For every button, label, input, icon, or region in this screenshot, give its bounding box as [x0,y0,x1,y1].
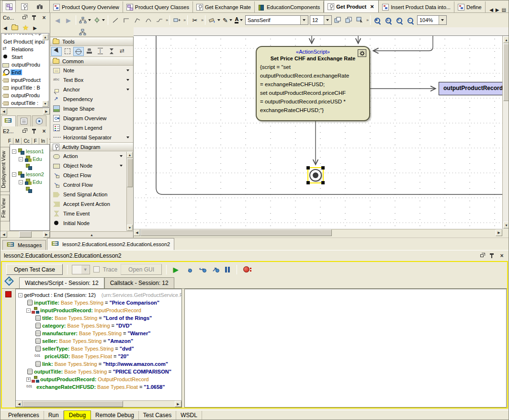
browser-panel-tab[interactable] [17,115,31,126]
dropdown-caret-icon[interactable] [88,19,91,21]
diagram-hierarchy-icon[interactable] [78,27,88,37]
float-panel-icon[interactable] [21,128,27,135]
palette-vscrollbar[interactable]: ▲ ▼ [126,152,133,231]
pause-icon[interactable] [223,264,232,275]
scroll-tabs-left-icon[interactable]: ◀ [489,7,493,12]
step-out-icon[interactable]: ↗ [210,264,219,275]
step-over-icon[interactable]: ↪ [197,264,206,275]
session-tab[interactable]: Watches/Script - Session: 12 [19,277,104,288]
browser-subtab[interactable]: Cc [22,138,32,144]
palette-item[interactable]: Action [50,151,133,161]
mode-tab[interactable]: Run [44,411,64,420]
diagram-canvas[interactable]: «ActionScript» Set Price CHF and Exchang… [134,36,502,229]
scroll-right-icon[interactable]: ▶ [43,108,50,114]
containment-item[interactable]: Relations [1,45,49,53]
palette-item[interactable]: Control Flow [50,180,133,190]
history-forward-icon[interactable]: ▶ [33,25,37,31]
resize-handle[interactable] [321,166,325,170]
palette-item[interactable]: Initial Node [50,218,133,228]
scroll-right-icon[interactable]: ▶ [175,401,181,407]
expander-icon[interactable] [19,180,23,184]
output-product-record-node[interactable]: outputProductRecord [439,82,502,95]
dropdown-caret-icon[interactable] [120,165,123,167]
watch-row[interactable]: manufacturer: Base Types.String = "Warne… [16,329,181,337]
relayout-icon[interactable] [93,15,105,25]
breakpoint-icon[interactable] [5,291,11,297]
containment-item[interactable]: inputTitle : B [1,84,49,91]
tab-list-icon[interactable]: ▤ [502,7,506,12]
scroll-up-icon[interactable]: ▲ [127,152,133,158]
scissors-icon[interactable]: ✂ [190,15,200,25]
back-icon[interactable]: ◀ [53,15,62,25]
zoom-1-1-icon[interactable]: 1:1 [384,16,394,24]
resize-handle[interactable] [321,181,325,184]
expander-icon[interactable] [12,149,16,154]
favorites-icon[interactable]: ★ [23,25,29,31]
activity-final-node[interactable] [309,169,322,182]
combo-caret-icon[interactable] [439,16,446,24]
browser-subtab[interactable]: In [39,138,47,144]
expander-icon[interactable] [18,293,23,297]
browser-subtab[interactable]: F [6,138,13,144]
session-tab[interactable]: Callstack - Session: 12 [104,277,174,288]
browser-panel-tab[interactable] [1,115,16,126]
browser-subtab[interactable]: M [13,138,22,144]
resize-handle[interactable] [306,166,310,170]
dropdown-caret-icon[interactable] [217,19,220,21]
bring-forward-icon[interactable] [333,15,343,25]
mode-tab[interactable]: Test Cases [139,411,176,420]
zoom-level-select[interactable]: 104% [417,15,447,25]
scroll-left-icon[interactable]: ◀ [0,231,7,238]
watch-row[interactable]: inputProductRecord: InputProductRecord [16,306,181,314]
scroll-tabs-right-icon[interactable]: ▶ [496,7,499,12]
dock-tab[interactable]: lesson2.EducationLesson2.EducationLesson… [47,238,174,250]
dropdown-caret-icon[interactable] [126,79,129,81]
mode-tab[interactable]: Remote Debug [91,411,139,420]
line-style-bezier-icon[interactable] [144,15,153,25]
palette-tool-button[interactable] [95,47,106,56]
dropdown-caret-icon[interactable] [240,19,243,21]
mode-tab[interactable]: WSDL [176,411,202,420]
scrollbar-thumb[interactable] [23,401,123,407]
watch-row[interactable]: exchangeRateCHFUSD: Base Types.Float = "… [16,383,181,391]
expander-icon[interactable] [19,157,23,161]
open-folder-icon[interactable] [11,25,18,30]
palette-tool-button[interactable] [51,47,62,56]
watch-row[interactable]: category: Base Types.String = "DVD" [16,322,181,329]
dropdown-caret-icon[interactable] [126,136,129,138]
scroll-left-icon[interactable]: ◀ [0,108,7,114]
containment-hscrollbar[interactable]: ◀ ▶ [0,108,50,114]
watch-row[interactable]: sellerType: Base Types.String = "dvd" [16,345,181,352]
dock-tab[interactable]: Messages [2,240,46,250]
resize-handle[interactable] [306,181,310,184]
select-in-browser-icon[interactable] [355,15,365,25]
combo-caret-icon[interactable] [324,16,331,24]
document-tab[interactable]: Define [454,1,486,12]
containment-item[interactable]: End [1,68,49,76]
expander-icon[interactable] [26,308,31,313]
palette-tool-button[interactable] [62,47,73,56]
mode-tab[interactable]: Debug [64,410,91,420]
scroll-left-icon[interactable]: ◀ [134,229,140,236]
scroll-up-icon[interactable]: ▲ [503,36,509,43]
deployment-tree-item[interactable]: lesson2 [10,170,49,178]
palette-item[interactable]: Time Event [50,209,133,218]
palette-item[interactable]: Diagram Overview [50,114,133,123]
document-tab[interactable]: Product Query Classes [123,1,193,12]
layout-tree-icon[interactable] [79,15,91,25]
containment-item[interactable]: inputProduct [1,76,49,84]
session-select[interactable]: ▼ [72,265,90,274]
more-edit-icon[interactable]: » [201,18,203,23]
canvas-vscrollbar[interactable]: ▲ ▼ [502,36,509,229]
activity-section-header[interactable]: Activity Diagram [50,142,133,151]
containment-item[interactable]: Start [1,53,49,61]
expander-icon[interactable] [26,377,31,382]
control-flow-edge[interactable] [373,36,433,51]
more-resize-icon[interactable]: » [183,18,185,23]
line-style-zigzag-icon[interactable] [155,15,164,25]
pin-panel-icon[interactable] [31,15,37,21]
step-into-icon[interactable]: ↓ [184,264,193,275]
watch-row[interactable]: outputProductRecord: OutputProductRecord [16,375,181,383]
font-color-icon[interactable]: A [234,15,244,25]
deployment-tree-item[interactable] [10,163,49,170]
